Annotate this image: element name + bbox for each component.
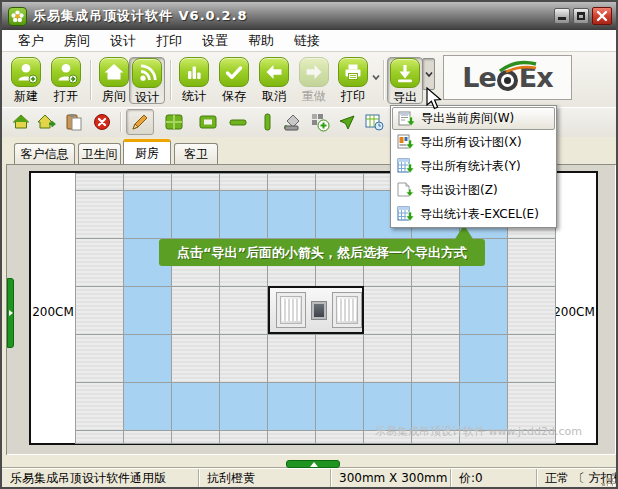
brush-icon[interactable] xyxy=(126,109,154,135)
menu-print[interactable]: 打印 xyxy=(146,30,192,52)
menu-item-label: 导出所有统计表(Y) xyxy=(420,158,521,175)
add-module-icon[interactable] xyxy=(309,111,331,133)
ceiling-tile[interactable] xyxy=(508,287,556,335)
ceiling-tile[interactable] xyxy=(172,431,220,444)
tab-kitchen[interactable]: 厨房 xyxy=(123,139,171,164)
ceiling-tile[interactable] xyxy=(76,239,124,287)
ceiling-tile[interactable] xyxy=(220,191,268,239)
print-dropdown-arrow-icon[interactable] xyxy=(371,68,383,82)
menu-links[interactable]: 链接 xyxy=(284,30,330,52)
redo-button: 重做 xyxy=(296,57,332,104)
ceiling-tile[interactable] xyxy=(172,383,220,431)
export-button[interactable]: 导出 xyxy=(387,57,423,104)
ceiling-tile[interactable] xyxy=(460,335,508,383)
ceiling-tile[interactable] xyxy=(508,335,556,383)
ceiling-tile[interactable] xyxy=(124,383,172,431)
panel-fill-icon[interactable] xyxy=(163,111,185,133)
menu-design[interactable]: 设计 xyxy=(100,30,146,52)
ceiling-tile[interactable] xyxy=(268,431,316,444)
ceiling-tile[interactable] xyxy=(268,191,316,239)
ceiling-tile[interactable] xyxy=(220,383,268,431)
ceiling-tile[interactable] xyxy=(124,431,172,444)
ceiling-tile[interactable] xyxy=(508,239,556,287)
bar-vertical-icon[interactable] xyxy=(256,111,278,133)
status-edition: 乐易集成吊顶设计软件通用版 xyxy=(2,469,198,487)
menu-item-export-table-excel[interactable]: 导出统计表-EXCEL(E) xyxy=(392,202,555,226)
tab-customer-info[interactable]: 客户信息 xyxy=(14,143,75,164)
panel-outline-icon[interactable] xyxy=(197,111,219,133)
menu-item-export-all-designs[interactable]: 导出所有设计图(X) xyxy=(392,130,555,154)
select-arrow-icon[interactable] xyxy=(337,111,359,133)
ceiling-tile[interactable] xyxy=(412,287,460,335)
ceiling-tile[interactable] xyxy=(220,174,268,191)
ceiling-tile[interactable] xyxy=(172,191,220,239)
ceiling-tile[interactable] xyxy=(76,287,124,335)
save-button[interactable]: 保存 xyxy=(216,57,252,104)
lighting-module[interactable] xyxy=(268,286,364,334)
ceiling-tile[interactable] xyxy=(364,287,412,335)
ceiling-tile[interactable] xyxy=(220,287,268,335)
left-panel-splitter[interactable] xyxy=(7,278,14,348)
home-next-icon[interactable] xyxy=(36,111,58,133)
ceiling-tile[interactable] xyxy=(220,431,268,444)
ceiling-tile[interactable] xyxy=(172,335,220,383)
minimize-button[interactable] xyxy=(554,8,570,24)
ceiling-tile[interactable] xyxy=(220,335,268,383)
paste-icon[interactable] xyxy=(63,111,85,133)
house-icon xyxy=(102,60,126,84)
ceiling-tile[interactable] xyxy=(124,174,172,191)
menu-help[interactable]: 帮助 xyxy=(238,30,284,52)
ceiling-tile[interactable] xyxy=(172,287,220,335)
ceiling-tile[interactable] xyxy=(364,335,412,383)
bar-horizontal-icon[interactable] xyxy=(227,111,249,133)
delete-icon[interactable] xyxy=(91,111,113,133)
tab-bathroom[interactable]: 卫生间 xyxy=(78,143,121,164)
tab-guest-bath[interactable]: 客卫 xyxy=(174,143,218,164)
close-icon xyxy=(593,8,611,24)
ceiling-tile[interactable] xyxy=(460,287,508,335)
status-bar: 乐易集成吊顶设计软件通用版 抗刮橙黄 300mm X 300mm 价:0 正常 … xyxy=(2,468,616,487)
fill-color-icon[interactable] xyxy=(280,111,302,133)
ceiling-tile[interactable] xyxy=(268,174,316,191)
ceiling-tile[interactable] xyxy=(412,335,460,383)
ceiling-tile[interactable] xyxy=(316,335,364,383)
ceiling-tile[interactable] xyxy=(316,383,364,431)
statistics-button[interactable]: 统计 xyxy=(176,57,212,104)
ceiling-tile[interactable] xyxy=(124,335,172,383)
close-button[interactable] xyxy=(592,7,612,25)
menu-room[interactable]: 房间 xyxy=(54,30,100,52)
print-button[interactable]: 打印 xyxy=(335,57,371,104)
ceiling-tile[interactable] xyxy=(76,335,124,383)
toolbar-label: 新建 xyxy=(8,88,44,105)
ceiling-tile[interactable] xyxy=(316,191,364,239)
home-icon[interactable] xyxy=(10,111,32,133)
maximize-button[interactable] xyxy=(573,8,589,24)
ceiling-tile[interactable] xyxy=(76,383,124,431)
ceiling-tile[interactable] xyxy=(124,287,172,335)
menu-item-export-current-room[interactable]: 导出当前房间(W) xyxy=(392,107,555,130)
menu-settings[interactable]: 设置 xyxy=(192,30,238,52)
resize-grip[interactable] xyxy=(602,473,616,487)
ceiling-tile[interactable] xyxy=(76,174,124,191)
ceiling-tile[interactable] xyxy=(316,431,364,444)
open-customer-button[interactable]: 打开 xyxy=(48,57,84,104)
ceiling-tile[interactable] xyxy=(172,174,220,191)
flower-icon xyxy=(11,10,24,23)
ceiling-tile[interactable] xyxy=(76,191,124,239)
ceiling-tile[interactable] xyxy=(268,383,316,431)
design-button[interactable]: 设计 xyxy=(129,57,165,104)
undo-button[interactable]: 取消 xyxy=(256,57,292,104)
ceiling-tile[interactable] xyxy=(76,431,124,444)
bottom-panel-splitter[interactable] xyxy=(286,460,340,468)
ceiling-tile[interactable] xyxy=(268,335,316,383)
ceiling-tile[interactable] xyxy=(124,191,172,239)
ceiling-tile[interactable] xyxy=(316,174,364,191)
room-button[interactable]: 房间 xyxy=(96,57,132,104)
toolbar-separator xyxy=(170,60,172,100)
menu-item-export-design[interactable]: 导出设计图(Z) xyxy=(392,178,555,202)
export-dropdown-arrow-button[interactable] xyxy=(422,58,435,90)
preview-table-icon[interactable] xyxy=(363,111,385,133)
menu-item-export-all-tables[interactable]: 导出所有统计表(Y) xyxy=(392,154,555,178)
new-customer-button[interactable]: 新建 xyxy=(8,57,44,104)
menu-customer[interactable]: 客户 xyxy=(8,30,54,52)
